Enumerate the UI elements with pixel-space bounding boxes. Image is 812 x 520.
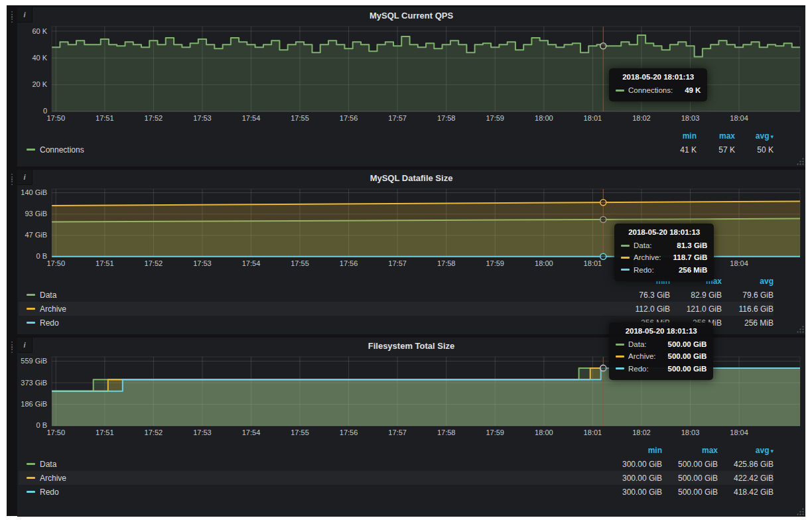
drag-dots-icon: ⋮ <box>8 347 17 352</box>
drag-dots-icon: ⋮ <box>8 179 17 184</box>
svg-text:17:51: 17:51 <box>96 428 114 436</box>
svg-text:18:02: 18:02 <box>632 114 651 122</box>
tooltip-series-value: 500.00 GiB <box>656 363 707 375</box>
svg-text:17:59: 17:59 <box>486 114 504 122</box>
legend-series-name[interactable]: Data <box>40 291 56 300</box>
series-color-dash-icon <box>616 90 624 92</box>
panel-drag-handle[interactable]: ⋮ ⋮ <box>7 170 17 334</box>
svg-text:17:55: 17:55 <box>291 428 309 436</box>
series-color-dash-icon <box>616 367 624 369</box>
tooltip-timestamp: 2018-05-20 18:01:13 <box>616 327 707 335</box>
tooltip-series-value: 81.3 GiB <box>665 239 707 251</box>
legend-series-name[interactable]: Connections <box>40 145 84 155</box>
series-color-dash-icon <box>27 294 35 296</box>
svg-text:18:01: 18:01 <box>584 428 602 436</box>
legend-sort-avg[interactable]: avg▾ <box>718 446 774 455</box>
legend-row: Redo300.00 GiB500.00 GiB418.42 GiB <box>19 485 774 499</box>
svg-text:17:53: 17:53 <box>193 428 212 436</box>
tooltip-timestamp: 2018-05-20 18:01:13 <box>621 228 707 236</box>
legend-min-value: 41 K <box>658 145 697 155</box>
panel-resize-grip[interactable] <box>796 157 804 165</box>
legend-min-value: 300.00 GiB <box>606 487 662 497</box>
legend-series: Archive <box>27 474 606 483</box>
legend-max-value: 82.9 GiB <box>670 291 722 300</box>
svg-text:60 K: 60 K <box>32 27 47 35</box>
panel-title[interactable]: MySQL Current QPS <box>19 7 804 23</box>
tooltip-series-label: Data: <box>628 338 647 350</box>
svg-text:17:56: 17:56 <box>340 428 358 436</box>
svg-text:17:52: 17:52 <box>145 259 163 267</box>
panel-drag-handle[interactable]: ⋮ ⋮ <box>7 338 17 517</box>
legend-series: Connections <box>27 145 658 155</box>
series-color-dash-icon <box>27 477 35 479</box>
legend-series: Archive <box>27 304 618 314</box>
legend-series-name[interactable]: Archive <box>40 474 66 483</box>
svg-text:17:52: 17:52 <box>145 114 163 122</box>
panel-resize-grip[interactable] <box>796 507 804 515</box>
panel-info-icon[interactable]: i <box>17 170 33 185</box>
legend-series-name[interactable]: Redo <box>40 487 59 497</box>
legend-series-name[interactable]: Data <box>40 460 56 469</box>
svg-text:559 GiB: 559 GiB <box>21 357 47 365</box>
tooltip-rows: Data:500.00 GiBArchive:500.00 GiBRedo:50… <box>616 338 707 375</box>
svg-text:0 B: 0 B <box>36 422 48 430</box>
svg-text:17:58: 17:58 <box>437 259 456 267</box>
series-color-dash-icon <box>27 149 35 151</box>
legend-sort-avg[interactable]: avg▾ <box>735 131 774 141</box>
svg-text:18:01: 18:01 <box>584 259 602 267</box>
svg-text:17:54: 17:54 <box>242 114 261 122</box>
legend-series-name[interactable]: Archive <box>40 304 66 314</box>
series-color-dash-icon <box>621 245 630 247</box>
legend-sort-min[interactable]: min <box>606 446 662 455</box>
legend-max-value: 500.00 GiB <box>662 460 718 469</box>
sort-caret-icon: ▾ <box>770 448 774 454</box>
panel-legend: minmaxavg▾Connections41 K57 K50 K <box>19 129 804 157</box>
svg-text:17:51: 17:51 <box>96 259 114 267</box>
svg-text:17:50: 17:50 <box>47 114 66 122</box>
resize-grip-icon <box>796 325 804 333</box>
legend-header-row: minmaxavg▾ <box>19 129 774 143</box>
tooltip-series-row: Archive:500.00 GiB <box>616 350 707 362</box>
svg-text:18:04: 18:04 <box>730 428 748 436</box>
resize-grip-icon <box>796 157 804 165</box>
panel-title[interactable]: MySQL Datafile Size <box>19 170 804 185</box>
tooltip-series-label: Connections: <box>628 84 673 96</box>
legend-sort-max[interactable]: max <box>662 446 718 455</box>
legend-avg-value: 256 MiB <box>722 318 774 328</box>
svg-text:17:56: 17:56 <box>340 114 358 122</box>
tooltip-series-row: Data:500.00 GiB <box>616 338 707 350</box>
panel-info-icon[interactable]: i <box>17 338 33 353</box>
legend-min-value: 76.3 GiB <box>618 291 670 300</box>
panel-resize-grip[interactable] <box>796 325 804 333</box>
series-color-dash-icon <box>621 257 630 259</box>
svg-text:17:51: 17:51 <box>96 114 114 122</box>
tooltip-series-label: Archive: <box>634 251 661 263</box>
panel-drag-handle[interactable]: ⋮ ⋮ <box>7 7 17 166</box>
svg-text:18:00: 18:00 <box>535 259 553 267</box>
svg-text:0: 0 <box>43 107 47 115</box>
legend-max-value: 500.00 GiB <box>662 474 718 483</box>
svg-text:17:58: 17:58 <box>437 114 456 122</box>
legend-max-value: 500.00 GiB <box>662 487 718 497</box>
resize-grip-icon <box>796 507 804 515</box>
svg-text:17:55: 17:55 <box>291 259 309 267</box>
svg-text:17:53: 17:53 <box>193 259 212 267</box>
legend-sort-max[interactable]: max <box>697 131 735 141</box>
graph-tooltip: 2018-05-20 18:01:13 Connections:49 K <box>609 68 707 101</box>
tooltip-series-row: Data:81.3 GiB <box>621 239 707 251</box>
legend-avg-value: 422.42 GiB <box>718 474 774 483</box>
legend-series: Data <box>27 460 606 469</box>
svg-text:17:50: 17:50 <box>47 428 66 436</box>
panel-info-icon[interactable]: i <box>17 7 33 23</box>
legend-sort-min[interactable]: min <box>658 131 697 141</box>
legend-avg-value: 50 K <box>735 145 774 155</box>
svg-text:17:54: 17:54 <box>242 259 261 267</box>
legend-sort-avg[interactable]: avg <box>722 277 774 286</box>
svg-text:18:04: 18:04 <box>730 259 748 267</box>
svg-text:17:55: 17:55 <box>291 114 309 122</box>
svg-text:18:03: 18:03 <box>681 114 700 122</box>
svg-text:186 GiB: 186 GiB <box>21 400 47 408</box>
svg-text:18:04: 18:04 <box>730 114 748 122</box>
svg-text:373 GiB: 373 GiB <box>21 379 47 387</box>
legend-series-name[interactable]: Redo <box>40 318 59 328</box>
